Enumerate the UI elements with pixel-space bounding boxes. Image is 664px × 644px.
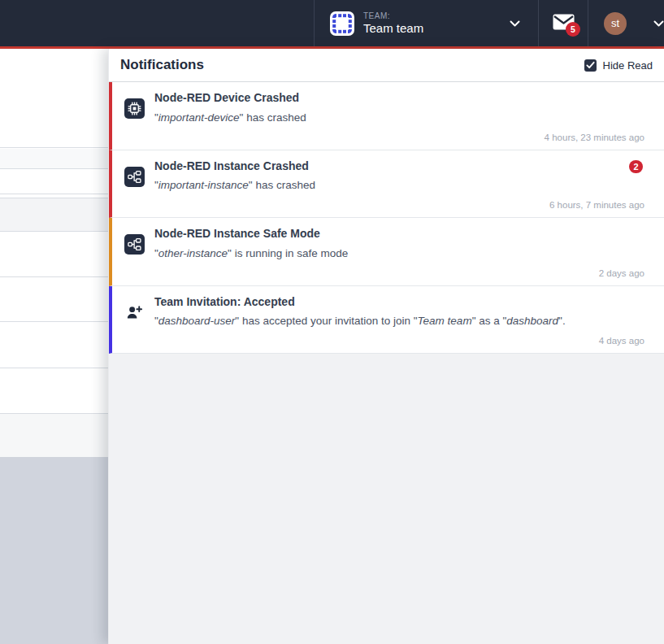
notification-title: Node-RED Instance Safe Mode bbox=[154, 227, 348, 242]
drawer-header: Notifications Hide Read bbox=[109, 49, 664, 82]
notification-message: "other-instance" is running in safe mode bbox=[154, 246, 348, 261]
user-avatar: st bbox=[604, 12, 627, 35]
notification-item[interactable]: Node-RED Instance Safe Mode "other-insta… bbox=[109, 218, 664, 286]
notification-timestamp: 4 hours, 23 minutes ago bbox=[545, 133, 644, 142]
notification-item[interactable]: Team Invitation: Accepted "dashboard-use… bbox=[109, 286, 664, 355]
notification-message: "important-device" has crashed bbox=[154, 111, 306, 125]
notification-item[interactable]: Node-RED Device Crashed "important-devic… bbox=[109, 82, 664, 150]
mail-unread-badge: 5 bbox=[566, 22, 580, 37]
user-menu[interactable]: st bbox=[588, 0, 664, 46]
notification-timestamp: 6 hours, 7 minutes ago bbox=[549, 200, 644, 210]
hide-read-checkbox[interactable] bbox=[584, 59, 597, 72]
notification-message: "dashboard-user" has accepted your invit… bbox=[154, 314, 566, 329]
notifications-mail-button[interactable]: 5 bbox=[539, 0, 588, 46]
team-name: Team team bbox=[363, 22, 423, 36]
team-selector[interactable]: TEAM: Team team bbox=[314, 0, 539, 46]
notification-item[interactable]: Node-RED Instance Crashed "important-ins… bbox=[109, 150, 664, 219]
team-avatar-icon bbox=[330, 11, 354, 36]
team-label: TEAM: bbox=[363, 11, 390, 20]
notification-title: Node-RED Device Crashed bbox=[154, 91, 306, 106]
user-add-icon bbox=[124, 302, 145, 323]
hide-read-toggle[interactable]: Hide Read bbox=[584, 59, 653, 72]
instance-icon bbox=[124, 167, 145, 187]
hide-read-label: Hide Read bbox=[603, 59, 653, 72]
instance-icon bbox=[124, 234, 145, 255]
notification-title: Team Invitation: Accepted bbox=[154, 295, 566, 310]
chevron-down-icon bbox=[653, 20, 664, 27]
notification-list: Node-RED Device Crashed "important-devic… bbox=[109, 82, 664, 354]
notification-message: "important-instance" has crashed bbox=[154, 178, 315, 193]
notification-timestamp: 2 days ago bbox=[599, 268, 644, 278]
drawer-title: Notifications bbox=[120, 57, 204, 73]
chevron-down-icon bbox=[510, 20, 520, 27]
device-chip-icon bbox=[124, 98, 145, 119]
app-root: TEAM: Team team 5 st bbox=[0, 0, 664, 644]
notifications-drawer: Notifications Hide Read Node-RED Device … bbox=[108, 49, 664, 644]
notification-title: Node-RED Instance Crashed bbox=[154, 159, 315, 174]
notification-count-badge: 2 bbox=[629, 160, 643, 173]
notification-timestamp: 4 days ago bbox=[599, 336, 644, 346]
top-navbar: TEAM: Team team 5 st bbox=[0, 0, 664, 46]
